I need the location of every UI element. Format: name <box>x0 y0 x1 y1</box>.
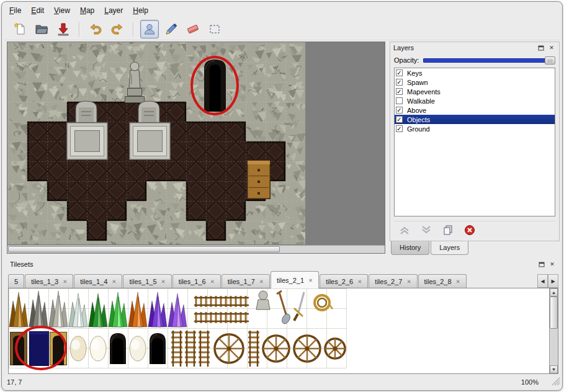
duplicate-layer-button[interactable] <box>441 223 455 237</box>
layer-visibility-checkbox[interactable]: ✓ <box>396 79 403 86</box>
move-up-icon <box>398 224 411 236</box>
tab-close-icon[interactable]: ✕ <box>456 278 460 285</box>
stamp-tool-icon <box>143 22 156 36</box>
select-button[interactable] <box>205 20 224 38</box>
save-button[interactable] <box>54 20 73 38</box>
layers-panel-titlebar: Layers ✕ <box>390 42 559 53</box>
panel-tab-history[interactable]: History <box>391 241 429 255</box>
scroll-down-button[interactable]: ▼ <box>550 365 558 373</box>
scroll-tabs-right-button[interactable]: ▶ <box>548 274 558 288</box>
layer-visibility-checkbox[interactable] <box>396 97 403 104</box>
tileset-tab-label: tiles_1_6 <box>179 278 206 285</box>
tileset-vertical-scrollbar[interactable]: ▲ ▼ <box>549 288 558 373</box>
tab-close-icon[interactable]: ✕ <box>210 278 215 285</box>
tilesets-panel-title: Tilesets <box>10 261 535 268</box>
tileset-canvas[interactable] <box>9 288 549 373</box>
tab-close-icon[interactable]: ✕ <box>357 278 362 285</box>
layer-visibility-checkbox[interactable]: ✓ <box>396 69 403 76</box>
status-bar: 17, 7 100% <box>7 376 557 388</box>
tilesets-detach-button[interactable] <box>537 260 546 269</box>
move-layer-up-button[interactable] <box>398 223 411 237</box>
delete-layer-button[interactable] <box>463 223 477 237</box>
eraser-tool-icon <box>186 22 200 36</box>
layer-label: Spawn <box>407 79 428 86</box>
layers-detach-button[interactable] <box>537 43 545 52</box>
layer-row-spawn[interactable]: ✓Spawn <box>395 78 555 87</box>
redo-button[interactable] <box>108 20 127 38</box>
tileset-tab-5[interactable]: 5 <box>8 274 24 288</box>
resize-grip[interactable] <box>552 377 560 388</box>
menu-item-map[interactable]: Map <box>75 4 99 17</box>
tileset-tab-label: tiles_2_8 <box>424 278 452 285</box>
menu-item-edit[interactable]: Edit <box>26 4 49 17</box>
layer-row-mapevents[interactable]: ✓Mapevents <box>395 87 555 96</box>
menu-bar: FileEditViewMapLayerHelp <box>4 4 560 17</box>
eraser-button[interactable] <box>184 20 202 38</box>
tileset-tab-tiles_2_8[interactable]: tiles_2_8✕ <box>418 274 467 288</box>
opacity-slider-track <box>423 58 555 63</box>
open-button[interactable] <box>32 20 51 38</box>
tab-close-icon[interactable]: ✕ <box>406 278 411 285</box>
layer-row-keys[interactable]: ✓Keys <box>395 68 555 78</box>
menu-item-file[interactable]: File <box>4 4 26 17</box>
tileset-tab-label: tiles_2_6 <box>326 278 353 285</box>
layers-close-button[interactable]: ✕ <box>547 43 556 52</box>
fill-button[interactable] <box>162 20 181 38</box>
scroll-tabs-left-button[interactable]: ◀ <box>537 274 548 288</box>
detach-panel-icon <box>539 261 545 267</box>
layer-visibility-checkbox[interactable]: ✓ <box>396 116 403 123</box>
tab-close-icon[interactable]: ✕ <box>63 278 67 285</box>
scroll-up-button[interactable]: ▲ <box>550 288 558 296</box>
tab-close-icon[interactable]: ✕ <box>161 278 166 285</box>
tileset-vscroll-thumb[interactable] <box>550 296 558 329</box>
map-horizontal-scrollbar[interactable] <box>7 245 385 253</box>
tileset-tab-tiles_2_1[interactable]: tiles_2_1✕ <box>271 271 319 288</box>
menu-item-help[interactable]: Help <box>128 4 153 17</box>
layer-visibility-checkbox[interactable]: ✓ <box>396 88 403 95</box>
new-file-icon <box>13 22 27 36</box>
tileset-tab-tiles_1_4[interactable]: tiles_1_4✕ <box>74 274 122 288</box>
layer-label: Ground <box>407 125 430 133</box>
layer-row-ground[interactable]: ✓Ground <box>395 124 555 133</box>
menu-item-layer[interactable]: Layer <box>99 4 128 17</box>
tilesets-panel: Tilesets ✕ 5tiles_1_3✕tiles_1_4✕tiles_1_… <box>7 259 560 375</box>
stamp-button[interactable] <box>140 20 159 38</box>
tileset-content: ▲ ▼ <box>8 288 558 374</box>
opacity-slider[interactable] <box>423 56 555 65</box>
tileset-tab-label: tiles_1_3 <box>31 278 58 285</box>
tileset-tab-label: tiles_1_4 <box>80 278 107 285</box>
toolbar <box>4 18 560 40</box>
tileset-tab-tiles_2_6[interactable]: tiles_2_6✕ <box>320 274 368 288</box>
map-hscroll-thumb[interactable] <box>8 246 280 252</box>
map-canvas[interactable] <box>7 42 305 244</box>
map-view <box>7 42 385 254</box>
layer-visibility-checkbox[interactable]: ✓ <box>396 107 403 114</box>
layer-row-above[interactable]: ✓Above <box>395 105 555 115</box>
layer-row-objects[interactable]: ✓Objects <box>395 115 555 124</box>
panel-tab-layers[interactable]: Layers <box>431 241 468 255</box>
tileset-tab-tiles_1_7[interactable]: tiles_1_7✕ <box>222 274 270 288</box>
move-layer-down-button[interactable] <box>419 223 433 237</box>
layer-actions-toolbar <box>394 221 555 238</box>
layer-label: Walkable <box>407 97 435 105</box>
layer-row-walkable[interactable]: Walkable <box>395 96 555 105</box>
menu-item-view[interactable]: View <box>49 4 75 17</box>
tileset-tab-tiles_1_6[interactable]: tiles_1_6✕ <box>172 274 221 288</box>
undo-button[interactable] <box>86 20 105 38</box>
tileset-tab-tiles_1_5[interactable]: tiles_1_5✕ <box>123 274 171 288</box>
layers-panel-title: Layers <box>393 44 535 51</box>
new-button[interactable] <box>11 20 29 38</box>
tilesets-close-button[interactable]: ✕ <box>548 260 557 269</box>
tab-close-icon[interactable]: ✕ <box>259 278 264 285</box>
toolbar-separator <box>79 22 80 37</box>
tileset-tab-label: tiles_1_5 <box>129 278 156 285</box>
opacity-row: Opacity: <box>394 55 555 65</box>
tab-close-icon[interactable]: ✕ <box>308 277 313 283</box>
tileset-tab-tiles_1_3[interactable]: tiles_1_3✕ <box>25 274 73 288</box>
opacity-slider-handle[interactable] <box>545 56 555 65</box>
layer-visibility-checkbox[interactable]: ✓ <box>396 125 403 132</box>
tileset-tab-tiles_2_7[interactable]: tiles_2_7✕ <box>369 274 417 288</box>
save-icon <box>56 22 70 36</box>
tileset-tab-label: tiles_2_1 <box>277 277 304 284</box>
tab-close-icon[interactable]: ✕ <box>112 278 116 285</box>
